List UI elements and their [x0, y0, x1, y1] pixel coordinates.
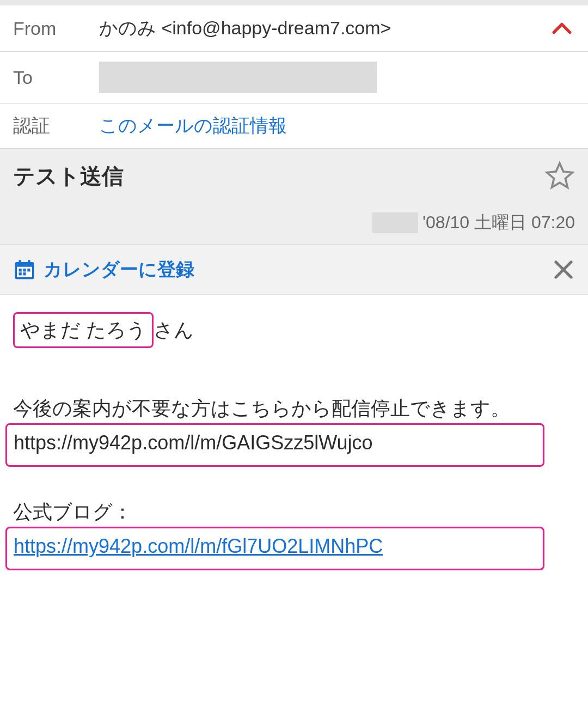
recipient-name-highlight: やまだ たろう [13, 312, 154, 348]
date-redacted-portion [372, 212, 418, 233]
svg-rect-2 [19, 269, 22, 271]
calendar-close-button[interactable] [552, 258, 575, 281]
star-outline-icon [544, 161, 575, 191]
calendar-register-button[interactable]: カレンダーに登録 [13, 257, 194, 282]
calendar-register-label: カレンダーに登録 [44, 257, 194, 282]
to-value-redacted [99, 62, 377, 93]
unsubscribe-url[interactable]: https://my942p.com/l/m/GAIGSzz5lWujco [14, 431, 373, 454]
blog-label: 公式ブログ： [13, 497, 575, 527]
date-text: '08/10 土曜日 07:20 [422, 211, 575, 235]
email-body: やまだ たろうさん 今後の案内が不要な方はこちらから配信停止できます。 http… [0, 295, 588, 588]
subject-text: テスト送信 [13, 161, 124, 191]
calendar-bar: カレンダーに登録 [0, 245, 588, 295]
status-bar [0, 0, 588, 5]
svg-rect-6 [23, 272, 26, 275]
svg-rect-7 [19, 260, 21, 264]
from-row: From かのみ <info@happy-dream7.com> [0, 5, 588, 52]
from-value: かのみ <info@happy-dream7.com> [99, 16, 549, 41]
unsubscribe-url-highlight: https://my942p.com/l/m/GAIGSzz5lWujco [5, 423, 544, 467]
svg-rect-4 [27, 269, 30, 271]
svg-rect-3 [23, 269, 26, 271]
to-label: To [13, 67, 99, 88]
unsubscribe-text: 今後の案内が不要な方はこちらから配信停止できます。 [13, 394, 575, 423]
auth-label: 認証 [13, 113, 99, 138]
blog-url-highlight: https://my942p.com/l/m/fGl7UO2LIMNhPC [5, 527, 544, 570]
greeting-suffix: さん [154, 319, 194, 341]
close-icon [552, 258, 575, 281]
greeting-line: やまだ たろうさん [13, 312, 575, 348]
svg-rect-5 [19, 272, 22, 275]
calendar-icon [13, 258, 36, 281]
from-label: From [13, 18, 99, 39]
blog-url-link[interactable]: https://my942p.com/l/m/fGl7UO2LIMNhPC [14, 535, 383, 557]
collapse-header-button[interactable] [549, 15, 575, 41]
auth-info-link[interactable]: このメールの認証情報 [99, 113, 287, 138]
chevron-up-icon [550, 16, 574, 40]
star-button[interactable] [544, 161, 575, 191]
subject-section: テスト送信 '08/10 土曜日 07:20 [0, 149, 588, 245]
auth-row: 認証 このメールの認証情報 [0, 103, 588, 149]
svg-rect-8 [28, 260, 30, 264]
svg-rect-1 [17, 267, 32, 277]
to-row: To [0, 52, 588, 103]
